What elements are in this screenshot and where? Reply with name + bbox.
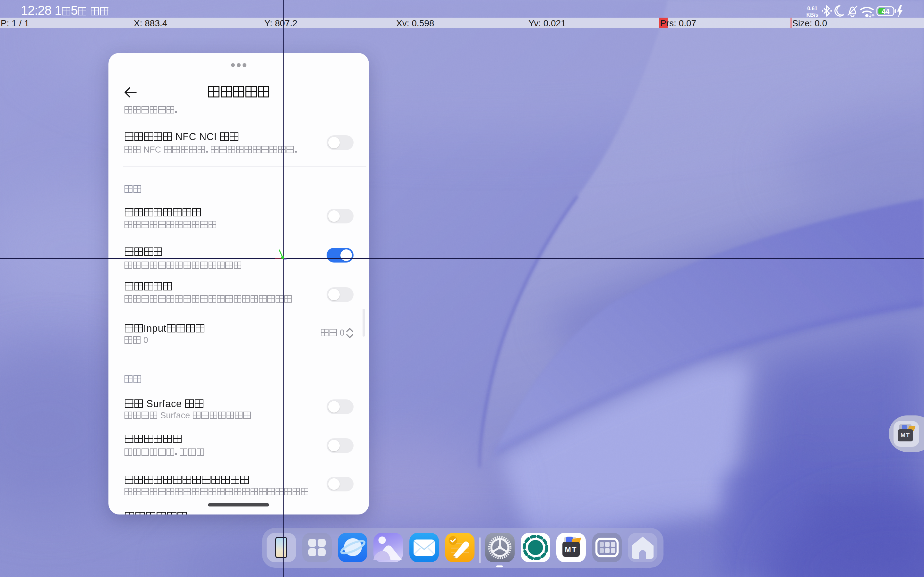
svg-text:0.61: 0.61 [807, 5, 817, 11]
svg-text:KB/s: KB/s [806, 12, 819, 18]
svg-text:44: 44 [882, 7, 890, 15]
